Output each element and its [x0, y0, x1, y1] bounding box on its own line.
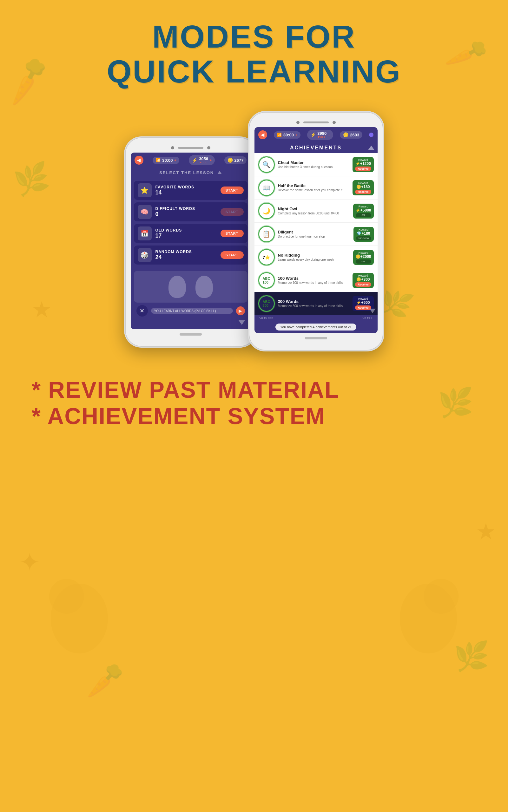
screen-right: ◀ 📶 30:00 + ⚡ 3980 FULL + 🪙 2603 — [254, 127, 378, 333]
lesson-item-favorite[interactable]: ⭐ FAVORITE WORDS 14 START — [134, 181, 248, 200]
version-right: V0.19.2 — [360, 316, 375, 320]
achievement-300-words: ABC300 300 Words Memorize 300 new words … — [254, 292, 378, 315]
reward-label-cheat-master: Reward — [355, 158, 371, 162]
achievement-diligent: 📋 Diligent Do practice for one hour non … — [254, 223, 378, 246]
home-button-right[interactable] — [305, 337, 327, 340]
reward-value-half-battle: 🪙+180 — [355, 185, 371, 189]
camera-right — [296, 121, 300, 124]
scroll-down-right[interactable] — [369, 309, 376, 313]
back-button-right[interactable]: ◀ — [258, 130, 267, 139]
svg-text:🥕: 🥕 — [83, 660, 126, 701]
start-btn-random[interactable]: START — [220, 251, 244, 259]
lesson-item-old[interactable]: 📅 OLD WORDS 17 START — [134, 224, 248, 243]
next-button[interactable]: ▶ — [236, 306, 245, 315]
reward-100-words: Reward 🪙+300 Receive — [352, 273, 374, 288]
lesson-icon-random: 🎲 — [138, 248, 152, 262]
page-title: MODES FOR QUICK LEARNING — [6, 19, 502, 89]
receive-btn-half-battle[interactable]: Receive — [355, 190, 371, 194]
select-lesson-label: SELECT THE LESSON — [159, 170, 214, 175]
bolt-stat-left: ⚡ 3056 FULL + — [189, 155, 215, 165]
achievement-half-battle: 📖 Half the Battle Re-take the same lesso… — [254, 176, 378, 199]
receive-btn-100-words[interactable]: Receive — [355, 282, 371, 287]
char-2 — [196, 276, 213, 298]
lesson-item-random[interactable]: 🎲 RANDOM WORDS 24 START — [134, 245, 248, 265]
home-button-left[interactable] — [180, 333, 202, 335]
desc-night-owl: Complete any lesson from 00:00 until 04:… — [278, 211, 350, 215]
characters — [168, 276, 213, 298]
coin-icon-right: 🪙 — [343, 132, 348, 137]
coin-stat-left: 🪙 2677 — [224, 156, 247, 164]
lesson-count-difficult: 0 — [156, 211, 217, 218]
name-diligent: Diligent — [278, 230, 350, 234]
lesson-name-old: OLD WORDS — [156, 228, 217, 232]
header-section: MODES FOR QUICK LEARNING — [0, 0, 508, 98]
lesson-count-random: 24 — [156, 254, 217, 261]
bolt-label-right: FULL — [318, 136, 326, 139]
scroll-up-right[interactable] — [368, 146, 374, 150]
bolt-label-left: FULL — [200, 161, 207, 164]
phone-right: ◀ 📶 30:00 + ⚡ 3980 FULL + 🪙 2603 — [248, 111, 384, 352]
speaker-left — [178, 147, 203, 149]
dot-left — [207, 146, 210, 149]
character-area — [134, 271, 248, 303]
progress-diligent: 385/3600 — [356, 236, 371, 240]
lesson-icon-favorite: ⭐ — [138, 183, 152, 197]
info-100-words: 100 Words Memorize 100 new words in any … — [278, 276, 350, 285]
start-btn-favorite[interactable]: START — [220, 186, 244, 194]
camera-left — [171, 146, 174, 149]
lesson-info-old: OLD WORDS 17 — [156, 228, 217, 239]
info-cheat-master: Cheat Master Use hint button 3 times dur… — [278, 160, 350, 169]
desc-diligent: Do practice for one hour non stop — [278, 234, 350, 238]
receive-btn-300-words[interactable]: Receive — [355, 306, 371, 310]
reward-value-100-words: 🪙+300 — [355, 277, 371, 282]
title-line-2: QUICK LEARNING — [6, 54, 502, 89]
reward-diligent: Reward 💎+180 385/3600 — [353, 227, 374, 242]
desc-cheat-master: Use hint button 3 times during a lesson — [278, 165, 350, 169]
time-value-left: 30:00 — [162, 158, 173, 163]
bolt-value-left: 3056 — [199, 156, 208, 161]
badge-night-owl: 🌙 — [258, 203, 275, 219]
coin-value-left: 2677 — [235, 158, 244, 163]
scroll-down-left[interactable] — [239, 320, 245, 325]
receive-btn-cheat-master[interactable]: Receive — [355, 167, 371, 171]
name-half-battle: Half the Battle — [278, 183, 350, 188]
reward-label-diligent: Reward — [356, 228, 371, 231]
char-1 — [168, 276, 186, 298]
lesson-info-favorite: FAVORITE WORDS 14 — [156, 185, 217, 196]
info-night-owl: Night Owl Complete any lesson from 00:00… — [278, 207, 350, 215]
start-btn-difficult: START — [220, 208, 244, 216]
info-half-battle: Half the Battle Re-take the same lesson … — [278, 183, 350, 192]
reward-value-no-kidding: 🪙+2000 — [356, 255, 371, 259]
bolt-icon-right: ⚡ — [310, 132, 316, 137]
svg-point-12 — [51, 584, 108, 653]
lesson-name-random: RANDOM WORDS — [156, 250, 217, 254]
badge-100-words: ABC100 — [258, 272, 275, 289]
svg-point-13 — [400, 584, 457, 653]
bolt-value-right: 3980 — [317, 131, 327, 136]
achievements-footer-text: You have completed 4 achievements out of… — [276, 323, 356, 330]
screen-left: ◀ 📶 30:00 + ⚡ 3056 FULL + 🪙 2677 — [131, 152, 251, 329]
phones-container: ◀ 📶 30:00 + ⚡ 3056 FULL + 🪙 2677 — [0, 98, 508, 364]
start-btn-old[interactable]: START — [220, 230, 244, 237]
footer-line-2: * ACHIEVEMENT SYSTEM — [32, 403, 476, 430]
name-cheat-master: Cheat Master — [278, 160, 350, 165]
app-header-right: ◀ 📶 30:00 + ⚡ 3980 FULL + 🪙 2603 — [254, 127, 378, 142]
scroll-up-left[interactable] — [217, 171, 222, 174]
desc-300-words: Memorize 300 new words in any of three s… — [278, 304, 350, 308]
badge-300-words: ABC300 — [258, 295, 275, 312]
phone-top-right — [254, 121, 378, 124]
time-value-right: 30:00 — [283, 133, 294, 137]
time-stat-right: 📶 30:00 + — [274, 131, 300, 139]
back-button-left[interactable]: ◀ — [134, 156, 143, 165]
coin-stat-right: 🪙 2603 — [340, 131, 363, 139]
lesson-item-difficult: 🧠 DIFFICULT WORDS 0 START — [134, 202, 248, 221]
reward-value-night-owl: ⚡+5000 — [356, 208, 371, 213]
achievements-title: ACHIEVEMENTS — [254, 142, 378, 153]
close-button[interactable]: ✕ — [136, 305, 148, 317]
name-100-words: 100 Words — [278, 276, 350, 281]
achievements-list: 🔍 Cheat Master Use hint button 3 times d… — [254, 153, 378, 315]
lesson-icon-difficult: 🧠 — [138, 205, 152, 219]
coin-value-right: 2603 — [350, 133, 359, 137]
progress-night-owl: 0/1 — [356, 213, 371, 217]
bottom-action-bar: ✕ YOU LEARNT ALL WORDS (9% OF SKILL) ▶ — [134, 303, 248, 319]
